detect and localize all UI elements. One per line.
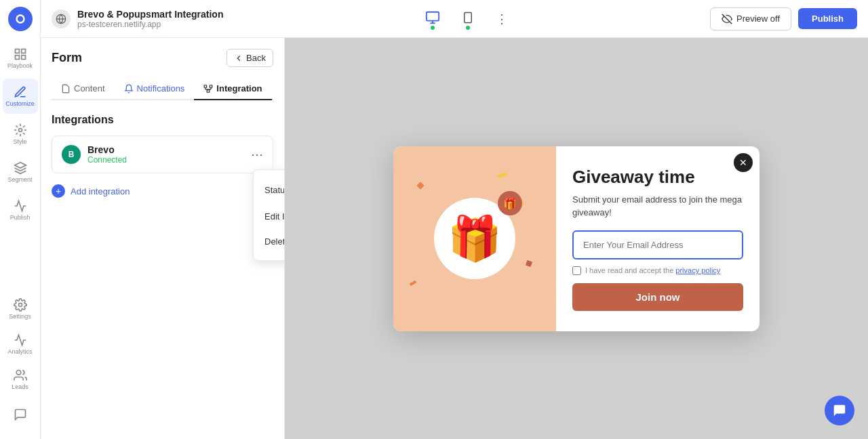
sidebar-bottom: Settings Analytics Leads	[3, 291, 38, 432]
svg-rect-18	[210, 85, 213, 87]
preview-off-button[interactable]: Preview off	[710, 7, 791, 30]
dropdown-status-item[interactable]: Status	[254, 175, 285, 204]
topbar-left: Brevo & Popupsmart Integration ps-testce…	[52, 9, 223, 29]
topbar-right: Preview off Publish	[710, 7, 857, 30]
integrations-title: Integrations	[52, 114, 273, 126]
sidebar-item-customize[interactable]: Customize	[3, 79, 38, 114]
topbar-center: ⋮	[420, 7, 513, 30]
brevo-integration-card: B Brevo Connected ⋯	[52, 135, 273, 173]
topbar: Brevo & Popupsmart Integration ps-testce…	[41, 0, 868, 38]
sidebar-item-publish[interactable]: Publish	[3, 192, 38, 228]
integration-name: Brevo	[87, 144, 127, 155]
svg-rect-11	[427, 12, 439, 21]
confetti-1	[416, 182, 424, 189]
mobile-device-btn[interactable]	[456, 7, 479, 30]
sidebar-item-style[interactable]: Style	[3, 117, 38, 152]
sidebar: Playbook Customize Style Segment Publish…	[0, 0, 41, 439]
back-button[interactable]: Back	[226, 49, 273, 67]
join-now-button[interactable]: Join now	[572, 283, 743, 311]
sidebar-item-analytics[interactable]: Analytics	[3, 327, 38, 362]
svg-rect-2	[15, 49, 19, 54]
privacy-checkbox-row: I have read and accept the privacy polic…	[572, 266, 743, 275]
integration-card-container: B Brevo Connected ⋯ Status	[52, 135, 273, 173]
svg-rect-14	[465, 13, 472, 23]
publish-button[interactable]: Publish	[798, 8, 857, 29]
chat-button[interactable]	[825, 396, 854, 425]
app-subtitle: ps-testceren.netlify.app	[77, 20, 223, 29]
integration-details: Brevo Connected	[87, 144, 127, 165]
svg-point-6	[18, 129, 22, 132]
popup-right-panel: Giveaway time Submit your email address …	[556, 146, 760, 331]
dropdown-delete-item[interactable]: Delete ✕	[254, 228, 285, 255]
app-title: Brevo & Popupsmart Integration	[77, 9, 223, 20]
privacy-checkbox[interactable]	[572, 266, 581, 275]
popup-modal: ✕ 🎁 🎁	[393, 146, 760, 331]
topbar-title-group: Brevo & Popupsmart Integration ps-testce…	[77, 9, 223, 29]
gift-badge: 🎁	[498, 191, 522, 215]
brevo-icon: B	[62, 145, 81, 164]
desktop-device-btn[interactable]	[420, 7, 446, 30]
sidebar-item-playbook[interactable]: Playbook	[3, 41, 38, 76]
confetti-5	[498, 173, 508, 178]
svg-point-8	[16, 371, 21, 375]
integration-status-text: Connected	[87, 155, 127, 165]
settings-panel: Form Back Content Notifications Integrat…	[41, 38, 285, 439]
tab-notifications[interactable]: Notifications	[115, 78, 195, 100]
main-area: Form Back Content Notifications Integrat…	[41, 0, 868, 439]
svg-point-1	[17, 16, 22, 22]
integration-menu-button[interactable]: ⋯	[251, 147, 263, 162]
gift-emoji: 🎁	[448, 213, 502, 264]
mobile-dot	[466, 26, 470, 30]
tab-content[interactable]: Content	[52, 78, 115, 100]
integrations-section: Integrations B Brevo Connected ⋯	[52, 114, 273, 202]
desktop-dot	[431, 26, 435, 30]
popup-close-button[interactable]: ✕	[734, 153, 753, 172]
app-logo[interactable]	[8, 7, 33, 31]
privacy-policy-link[interactable]: privacy policy	[675, 266, 720, 274]
privacy-text: I have read and accept the privacy polic…	[585, 266, 720, 274]
feedback-container: Feedback	[832, 228, 868, 249]
confetti-4	[526, 260, 532, 267]
svg-rect-17	[205, 85, 208, 87]
dropdown-edit-item[interactable]: Edit Integration	[254, 204, 285, 228]
sidebar-item-chat[interactable]	[3, 397, 38, 432]
tab-integration[interactable]: Integration	[194, 78, 271, 100]
preview-area: ✕ 🎁 🎁	[285, 38, 868, 439]
integration-dropdown-menu: Status Edit Integration Delete ✕	[253, 169, 285, 261]
panel-header: Form Back	[52, 49, 273, 67]
globe-icon	[52, 9, 71, 28]
dropdown-edit-left: Edit Integration	[264, 211, 285, 222]
svg-point-7	[18, 304, 22, 307]
add-icon: +	[52, 184, 65, 198]
popup-left-panel: 🎁 🎁	[393, 146, 556, 331]
sidebar-item-settings[interactable]: Settings	[3, 291, 38, 327]
sidebar-item-segment[interactable]: Segment	[3, 154, 38, 190]
popup-title: Giveaway time	[572, 167, 743, 188]
svg-rect-19	[208, 89, 210, 92]
panel-title: Form	[52, 51, 82, 65]
more-options-btn[interactable]: ⋮	[490, 9, 513, 29]
gift-circle-container: 🎁 🎁	[434, 198, 515, 279]
panel-tabs: Content Notifications Integration	[52, 78, 273, 100]
popup-description: Submit your email address to join the me…	[572, 193, 743, 220]
add-integration-btn[interactable]: + Add integration	[52, 180, 273, 202]
sidebar-item-leads[interactable]: Leads	[3, 362, 38, 397]
svg-rect-3	[21, 49, 25, 54]
svg-rect-5	[21, 56, 25, 60]
integration-info: B Brevo Connected	[62, 144, 127, 165]
email-input[interactable]	[572, 230, 743, 259]
confetti-3	[410, 280, 417, 286]
svg-rect-4	[15, 56, 19, 60]
